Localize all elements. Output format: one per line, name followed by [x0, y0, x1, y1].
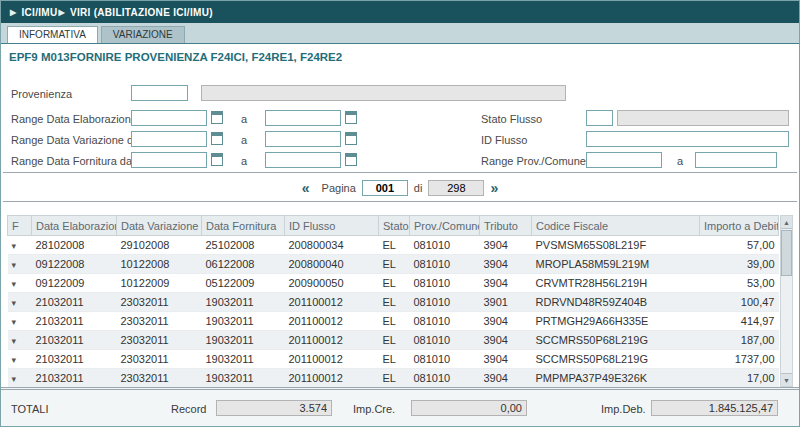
cell: 09122009: [32, 274, 117, 293]
current-page-input[interactable]: [362, 180, 408, 196]
row-expander-cell[interactable]: ▾: [8, 312, 32, 331]
table-header-row: FData ElaborazioneData VariazioneData Fo…: [8, 216, 779, 236]
row-dropdown-icon[interactable]: ▾: [12, 336, 17, 346]
id-flusso-label: ID Flusso: [481, 134, 527, 146]
scrollbar-thumb[interactable]: [781, 230, 792, 276]
calendar-icon[interactable]: [211, 132, 223, 145]
cell: 201100012: [285, 312, 379, 331]
cell: PVSMSM65S08L219F: [532, 236, 700, 255]
data-variazione-da-input[interactable]: [131, 131, 207, 147]
previous-page-button[interactable]: «: [296, 180, 316, 196]
cell: 19032011: [202, 293, 285, 312]
cell: 23032011: [117, 331, 202, 350]
cell: 06122008: [202, 255, 285, 274]
prov-comune-a-input[interactable]: [695, 152, 777, 168]
data-fornitura-a-input[interactable]: [265, 152, 341, 168]
row-expander-cell[interactable]: ▾: [8, 293, 32, 312]
column-header-importo-a-debito[interactable]: Importo a Debito: [700, 216, 779, 236]
cell: PMPMPA37P49E326K: [532, 369, 700, 388]
column-header-data-elaborazione[interactable]: Data Elaborazione: [32, 216, 117, 236]
cell: 53,00: [700, 274, 779, 293]
cell: 200800034: [285, 236, 379, 255]
tab-informativa[interactable]: INFORMATIVA: [7, 26, 98, 43]
row-dropdown-icon[interactable]: ▾: [12, 317, 17, 327]
row-dropdown-icon[interactable]: ▾: [12, 298, 17, 308]
data-fornitura-da-input[interactable]: [131, 152, 207, 168]
imp-deb-label: Imp.Deb.: [601, 403, 646, 415]
column-header-id-flusso[interactable]: ID Flusso: [285, 216, 379, 236]
data-elaborazione-a-input[interactable]: [265, 110, 341, 126]
calendar-icon[interactable]: [211, 153, 223, 166]
cell: EL: [379, 331, 410, 350]
table-row[interactable]: ▾210320112303201119032011201100012EL0810…: [8, 369, 779, 388]
cell: 23032011: [117, 293, 202, 312]
row-dropdown-icon[interactable]: ▾: [12, 279, 17, 289]
filter-form: Provenienza Range Data Elaborazione a Ra…: [1, 68, 799, 172]
column-header-codice-fiscale[interactable]: Codice Fiscale: [532, 216, 700, 236]
cell: 201100012: [285, 331, 379, 350]
next-page-button[interactable]: »: [484, 180, 504, 196]
table-row[interactable]: ▾210320112303201119032011201100012EL0810…: [8, 293, 779, 312]
table-row[interactable]: ▾091220081012200806122008200800040EL0810…: [8, 255, 779, 274]
data-elaborazione-da-input[interactable]: [131, 110, 207, 126]
calendar-icon[interactable]: [211, 111, 223, 124]
cell: 1737,00: [700, 350, 779, 369]
calendar-icon[interactable]: [345, 153, 357, 166]
scroll-up-icon[interactable]: ▲: [781, 216, 792, 229]
row-expander-cell[interactable]: ▾: [8, 350, 32, 369]
scroll-down-icon[interactable]: ▼: [781, 373, 792, 386]
column-header-prov-comune[interactable]: Prov./Comune: [410, 216, 480, 236]
cell: SCCMRS50P68L219G: [532, 331, 700, 350]
provenienza-code-input[interactable]: [131, 85, 188, 101]
row-dropdown-icon[interactable]: ▾: [12, 374, 17, 384]
cell: 3904: [480, 312, 532, 331]
cell: 21032011: [32, 312, 117, 331]
row-dropdown-icon[interactable]: ▾: [12, 241, 17, 251]
table-row[interactable]: ▾091220091012200905122009200900050EL0810…: [8, 274, 779, 293]
cell: 19032011: [202, 350, 285, 369]
row-expander-cell[interactable]: ▾: [8, 236, 32, 255]
cell: 3904: [480, 255, 532, 274]
data-variazione-a-input[interactable]: [265, 131, 341, 147]
cell: 23032011: [117, 350, 202, 369]
column-header-data-fornitura[interactable]: Data Fornitura: [202, 216, 285, 236]
column-header-tributo[interactable]: Tributo: [480, 216, 532, 236]
row-expander-cell[interactable]: ▾: [8, 331, 32, 350]
column-header-stato[interactable]: Stato: [379, 216, 410, 236]
cell: 081010: [410, 236, 480, 255]
calendar-icon[interactable]: [345, 132, 357, 145]
stato-flusso-input[interactable]: [586, 110, 613, 126]
prov-comune-da-input[interactable]: [586, 152, 662, 168]
breadcrumb-item-ici-imu[interactable]: ICI/IMU: [21, 7, 57, 18]
column-header-f[interactable]: F: [8, 216, 32, 236]
cell: 200900050: [285, 274, 379, 293]
cell: EL: [379, 236, 410, 255]
totals-footer: TOTALI Record Imp.Cre. Imp.Deb.: [1, 387, 799, 427]
table-row[interactable]: ▾210320112303201119032011201100012EL0810…: [8, 312, 779, 331]
cell: 201100012: [285, 293, 379, 312]
cell: 3904: [480, 236, 532, 255]
provenienza-description-field: [201, 85, 566, 101]
id-flusso-input[interactable]: [586, 131, 789, 147]
row-expander-cell[interactable]: ▾: [8, 369, 32, 388]
row-dropdown-icon[interactable]: ▾: [12, 355, 17, 365]
a-label: a: [677, 155, 683, 167]
row-expander-cell[interactable]: ▾: [8, 274, 32, 293]
table-row[interactable]: ▾210320112303201119032011201100012EL0810…: [8, 331, 779, 350]
tab-bar: INFORMATIVA VARIAZIONE: [1, 23, 799, 44]
cell: 09122008: [32, 255, 117, 274]
cell: 3901: [480, 293, 532, 312]
cell: 39,00: [700, 255, 779, 274]
table-row[interactable]: ▾281020082910200825102008200800034EL0810…: [8, 236, 779, 255]
row-expander-cell[interactable]: ▾: [8, 255, 32, 274]
vertical-scrollbar[interactable]: ▲ ▼: [780, 215, 793, 387]
totali-label: TOTALI: [11, 403, 49, 415]
calendar-icon[interactable]: [345, 111, 357, 124]
cell: PRTMGH29A66H335E: [532, 312, 700, 331]
row-dropdown-icon[interactable]: ▾: [12, 260, 17, 270]
table-row[interactable]: ▾210320112303201119032011201100012EL0810…: [8, 350, 779, 369]
tab-variazione[interactable]: VARIAZIONE: [101, 26, 185, 43]
column-header-data-variazione[interactable]: Data Variazione: [117, 216, 202, 236]
cell: CRVMTR28H56L219H: [532, 274, 700, 293]
cell: EL: [379, 293, 410, 312]
